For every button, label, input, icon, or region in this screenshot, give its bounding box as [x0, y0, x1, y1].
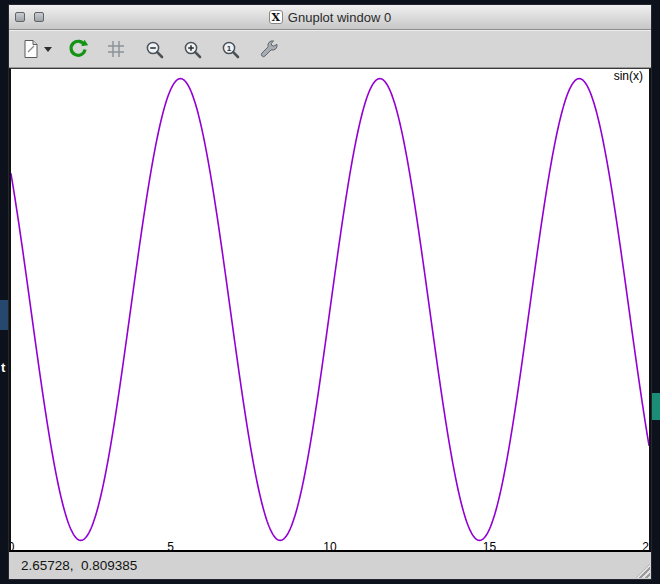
wrench-icon — [258, 39, 279, 60]
zoom-original-button[interactable]: 1 — [216, 35, 244, 63]
cursor-coordinates: 2.65728, 0.809385 — [21, 558, 137, 573]
background-window-fragment — [0, 300, 8, 330]
title-group: X Gnuplot window 0 — [269, 10, 391, 25]
window-buttons — [15, 12, 44, 22]
close-button[interactable] — [15, 12, 25, 22]
replot-icon — [67, 38, 89, 60]
toolbar: 1 — [9, 30, 651, 68]
sine-curve-svg — [11, 69, 649, 550]
zoom-in-button[interactable] — [178, 35, 206, 63]
zoom-out-button[interactable] — [140, 35, 168, 63]
legend-label: sin(x) — [614, 69, 643, 83]
export-icon — [21, 39, 41, 59]
sine-curve — [11, 79, 649, 541]
export-button[interactable] — [21, 35, 54, 63]
settings-button[interactable] — [254, 35, 282, 63]
replot-button[interactable] — [64, 35, 92, 63]
background-window-fragment-right — [652, 393, 660, 420]
minimize-button[interactable] — [34, 12, 44, 22]
gnuplot-window: X Gnuplot window 0 — [8, 4, 652, 580]
zoom-original-icon: 1 — [220, 39, 241, 60]
resize-grip[interactable] — [636, 564, 650, 578]
window-title: Gnuplot window 0 — [288, 10, 391, 25]
zoom-in-icon — [182, 39, 203, 60]
zoom-out-icon — [144, 39, 165, 60]
x11-app-icon: X — [269, 10, 283, 24]
grid-toggle-button[interactable] — [102, 35, 130, 63]
background-text-fragment: t — [1, 360, 5, 375]
plot-area[interactable]: sin(x) 05101520 — [9, 68, 651, 552]
grid-icon — [107, 40, 125, 58]
statusbar: 2.65728, 0.809385 — [9, 552, 651, 579]
chevron-down-icon[interactable] — [44, 47, 52, 52]
zoom-original-label: 1 — [226, 43, 231, 52]
titlebar[interactable]: X Gnuplot window 0 — [9, 5, 651, 30]
